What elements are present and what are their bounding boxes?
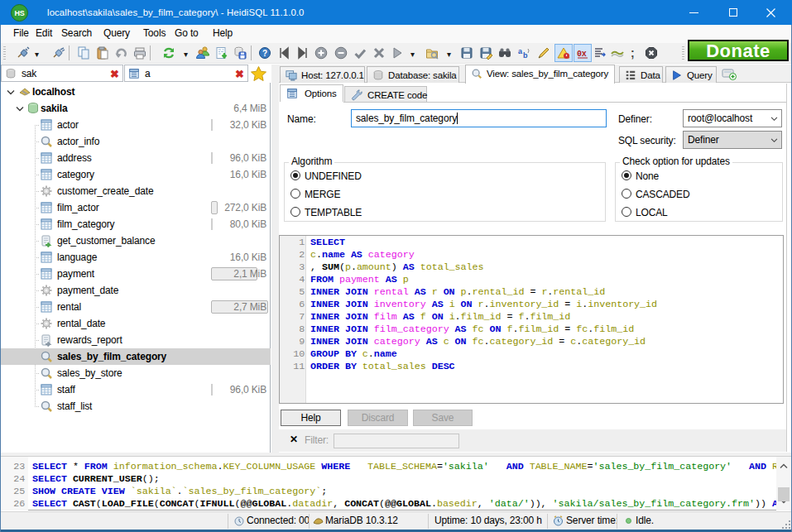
svg-text:0x: 0x [577, 50, 587, 59]
svg-text:;: ; [631, 46, 635, 60]
svg-text:b: b [523, 51, 528, 60]
svg-text:?: ? [262, 49, 267, 58]
